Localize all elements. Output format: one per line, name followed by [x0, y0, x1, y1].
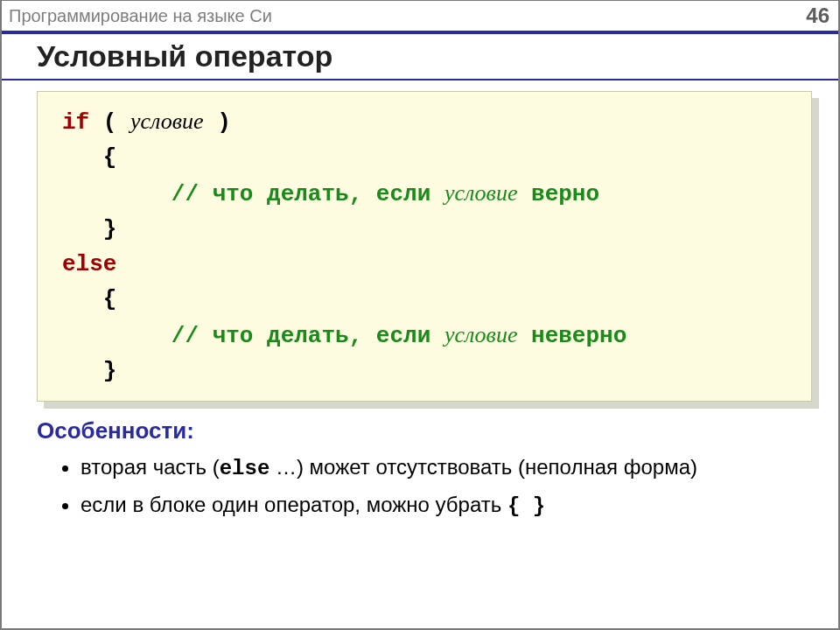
- slide-frame: Программирование на языке Си 46 Условный…: [0, 0, 840, 630]
- divider-title: [2, 79, 838, 80]
- inline-else: else: [220, 457, 270, 480]
- open-paren: (: [89, 109, 130, 136]
- rbrace2: }: [62, 358, 116, 384]
- keyword-else: else: [62, 251, 116, 277]
- code-block: if ( условие ) { // что делать, если усл…: [37, 91, 812, 402]
- divider-top: [2, 31, 838, 34]
- subject-label: Программирование на языке Си: [9, 6, 272, 26]
- inline-braces: { }: [508, 494, 545, 518]
- condition-placeholder: условие: [130, 108, 204, 134]
- rbrace1: }: [62, 216, 116, 242]
- comment-true: // что делать, если условие верно: [62, 181, 599, 207]
- page-title: Условный оператор: [37, 39, 838, 74]
- topbar: Программирование на языке Си 46: [2, 1, 838, 31]
- lbrace1: {: [62, 144, 116, 171]
- keyword-if: if: [62, 109, 89, 136]
- features-heading: Особенности:: [37, 417, 838, 444]
- page-number: 46: [806, 4, 830, 28]
- list-item: если в блоке один оператор, можно убрать…: [80, 491, 786, 521]
- code-content: if ( условие ) { // что делать, если усл…: [37, 91, 812, 402]
- comment-false: // что делать, если условие неверно: [62, 323, 626, 349]
- list-item: вторая часть (else …) может отсутствоват…: [80, 453, 786, 483]
- lbrace2: {: [62, 286, 116, 312]
- features-list: вторая часть (else …) может отсутствоват…: [80, 453, 786, 521]
- close-paren: ): [204, 109, 231, 136]
